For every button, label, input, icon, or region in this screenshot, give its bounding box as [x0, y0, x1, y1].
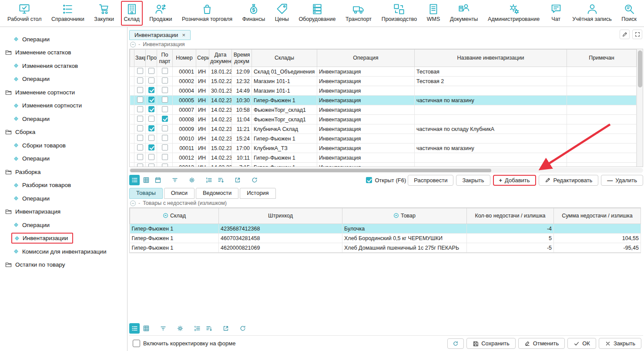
filter-button[interactable] [158, 323, 168, 334]
nav-item-equipment[interactable]: Оборудование [295, 1, 339, 26]
row-checkbox[interactable] [148, 116, 154, 122]
sidebar-item[interactable]: Комиссии для инвентаризации [0, 245, 127, 258]
close-icon[interactable]: × [182, 32, 185, 38]
row-checkbox[interactable] [162, 116, 168, 122]
document-row[interactable]: 00002ИН15.02.2212:32Магазин 101-1Инвента… [130, 77, 637, 86]
subtab-0[interactable]: Товары [129, 188, 163, 199]
sidebar-item[interactable]: Изменения остатков [0, 59, 127, 73]
goods-row[interactable]: Гипер-Фьюжен 14607034281458Хлеб Бородинс… [130, 234, 641, 243]
collapse-icon[interactable]: − [130, 42, 136, 47]
column-header-time[interactable]: Время докум [232, 50, 252, 67]
list-view-button[interactable] [129, 175, 140, 185]
row-checkbox[interactable] [162, 106, 168, 112]
nav-item-wms[interactable]: WMS [424, 1, 443, 26]
unpost-button[interactable]: Распровести [408, 175, 453, 186]
delete-button[interactable]: —Удалить [601, 175, 643, 186]
column-header-operation[interactable]: Операция [317, 50, 415, 67]
sorted-list-button[interactable] [204, 323, 214, 334]
column-header-posted[interactable]: Пров [146, 50, 157, 67]
grid-view-button[interactable] [141, 175, 151, 185]
row-checkbox[interactable] [162, 135, 168, 141]
document-row[interactable]: 00011ИН15.02.2317:00КлубникА_ТЗИнвентари… [130, 144, 637, 153]
row-checkbox[interactable] [137, 68, 143, 74]
column-header-warehouse[interactable]: Склады [252, 50, 317, 67]
nav-item-retail[interactable]: Розничная торговля [179, 1, 235, 26]
row-checkbox[interactable] [148, 125, 154, 131]
numbered-list-button[interactable] [204, 175, 214, 185]
sidebar-item[interactable]: Сборка [0, 126, 127, 139]
row-checkbox[interactable] [162, 97, 168, 103]
sidebar-item-selected[interactable]: Инвентаризации [0, 232, 127, 245]
row-checkbox[interactable] [137, 135, 143, 141]
row-checkbox[interactable] [137, 77, 143, 84]
refresh-button[interactable] [238, 323, 248, 334]
row-checkbox[interactable] [162, 87, 168, 93]
document-row[interactable]: 00009ИН14.02.2311:21КлубничкА СкладИнвен… [130, 124, 637, 134]
close-form-button[interactable]: Закрыть [599, 338, 641, 349]
checkbox[interactable] [366, 177, 372, 183]
sorted-list-button[interactable] [215, 175, 226, 185]
save-button[interactable]: Сохранить [466, 338, 516, 349]
row-checkbox[interactable] [137, 164, 143, 167]
row-checkbox[interactable] [148, 68, 154, 74]
sidebar-item[interactable]: Остатки по товару [0, 258, 127, 272]
document-row[interactable]: 00013ИН14.02.237:15Гипер-Фьюжен 1Инвента… [130, 163, 637, 167]
adjustment-checkbox[interactable]: Включить корректировку на форме [133, 340, 235, 347]
nav-item-chat[interactable]: Чат [547, 1, 566, 26]
sidebar-item[interactable]: Разборки товаров [0, 179, 127, 192]
nav-item-administration[interactable]: Администрирование [485, 1, 543, 26]
row-checkbox[interactable] [162, 154, 168, 160]
nav-item-purchases[interactable]: Закупки [91, 1, 117, 26]
document-row[interactable]: 00005ИН14.02.2310:30Гипер-Фьюжен 1Инвент… [130, 96, 637, 105]
column-header-number[interactable]: Номер [173, 50, 196, 67]
row-checkbox[interactable] [148, 164, 154, 167]
subtab-2[interactable]: Ведомости [196, 188, 238, 199]
goods-row[interactable]: Гипер-Фьюжен 14235687412368Булочка-4 [130, 224, 641, 234]
document-row[interactable]: 00004ИН30.01.2314:49Магазин 101-1Инвента… [130, 86, 637, 96]
sidebar-item[interactable]: Операции [0, 192, 127, 205]
row-checkbox[interactable] [162, 68, 168, 74]
edit-pencil-button[interactable] [620, 30, 630, 39]
column-header-barcode[interactable]: Штрихкод [219, 208, 342, 224]
column-header-name[interactable]: Название инвентаризации [415, 50, 567, 67]
collapse-icon[interactable]: − [130, 201, 136, 206]
row-checkbox[interactable] [162, 77, 168, 84]
nav-item-documents[interactable]: Документы [447, 1, 481, 26]
row-checkbox[interactable] [137, 154, 143, 160]
nav-item-prices[interactable]: Цены [272, 1, 292, 26]
row-checkbox[interactable] [137, 87, 143, 93]
document-row[interactable]: 00007ИН14.02.2310:58ФьюженТорг_склад1Инв… [130, 105, 637, 115]
sidebar-item[interactable]: Операции [0, 112, 127, 126]
subtab-1[interactable]: Описи [164, 188, 195, 199]
row-checkbox[interactable] [137, 97, 143, 103]
row-checkbox[interactable] [162, 125, 168, 131]
sidebar-item[interactable]: Операции [0, 73, 127, 86]
calendar-button[interactable] [153, 175, 163, 185]
sidebar-item[interactable]: Операции [0, 218, 127, 232]
sidebar-item[interactable]: Разборка [0, 165, 127, 179]
document-row[interactable]: 00012ИН14.02.2310:11Гипер-Фьюжен 1Инвент… [130, 153, 637, 163]
column-header-qty[interactable]: Кол-во недостачи / излишка [467, 208, 554, 224]
column-header-date[interactable]: Дата документ [209, 50, 232, 67]
column-header-product[interactable]: Товар [342, 208, 467, 224]
row-checkbox[interactable] [137, 106, 143, 112]
add-button[interactable]: +Добавить [493, 175, 536, 186]
sidebar-item[interactable]: Операции [0, 33, 127, 46]
refresh-button[interactable] [447, 338, 464, 349]
goods-row[interactable]: Гипер-Фьюжен 14620000821069Хлеб Домашний… [130, 243, 641, 253]
list-view-button[interactable] [129, 323, 140, 334]
sidebar-item[interactable]: Изменения сортности [0, 99, 127, 113]
column-header-note[interactable]: Примечан [567, 50, 637, 67]
settings-button[interactable] [187, 175, 197, 185]
edit-button[interactable]: Редактировать [539, 175, 599, 186]
row-checkbox[interactable] [148, 106, 154, 112]
row-checkbox[interactable] [162, 164, 168, 167]
sidebar-item[interactable]: Изменение остатков [0, 46, 127, 60]
sidebar-item[interactable]: Изменение сортности [0, 86, 127, 99]
ok-button[interactable]: ОК [567, 338, 596, 349]
nav-item-directory[interactable]: Справочники [48, 1, 87, 26]
vertical-scrollbar[interactable] [637, 49, 643, 167]
column-header-closed[interactable]: Закр [134, 50, 146, 67]
nav-item-finance[interactable]: Финансы [239, 1, 268, 26]
open-f6-checkbox[interactable]: Открыт (F6) [366, 177, 406, 184]
